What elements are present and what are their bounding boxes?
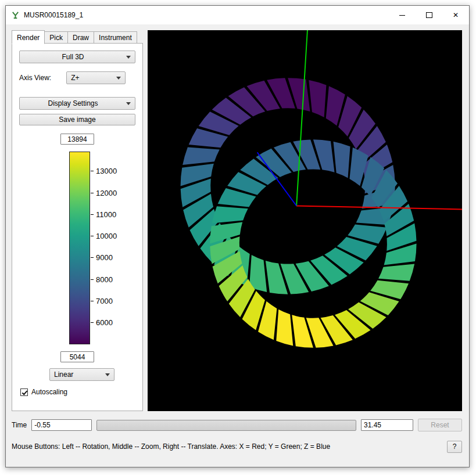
- minimize-icon: [399, 15, 405, 16]
- tab-instrument[interactable]: Instrument: [94, 31, 137, 44]
- tab-bar: Render Pick Draw Instrument: [12, 30, 143, 44]
- colorbar-tick-label: 13000: [96, 167, 117, 175]
- close-icon: ✕: [453, 12, 459, 19]
- display-settings-button[interactable]: Display Settings: [19, 97, 135, 110]
- app-icon: [11, 11, 20, 20]
- scale-min-input[interactable]: [60, 351, 94, 362]
- tab-render[interactable]: Render: [12, 30, 45, 44]
- axis-view-value: Z+: [67, 74, 116, 82]
- colorbar-tick-label: 8000: [96, 275, 113, 283]
- time-slider[interactable]: [96, 420, 356, 431]
- colorbar-tick-mark: [91, 257, 94, 258]
- chevron-down-icon: [126, 56, 131, 59]
- colorbar-tick-label: 7000: [96, 297, 113, 305]
- detector-segment[interactable]: [276, 310, 293, 346]
- colorbar-tick-mark: [91, 193, 94, 193]
- detector-segment[interactable]: [334, 142, 350, 178]
- detector-segment[interactable]: [309, 80, 326, 117]
- detector-segment[interactable]: [378, 264, 414, 281]
- colorbar-gradient: [69, 152, 90, 344]
- instrument-view-window: MUSR00015189_1 ✕ Render Pick Draw Instru…: [5, 5, 470, 467]
- render-tab-page: Full 3D Axis View: Z+ Display Settings: [12, 43, 143, 411]
- titlebar[interactable]: MUSR00015189_1 ✕: [6, 6, 469, 24]
- control-panel: Render Pick Draw Instrument Full 3D Axis…: [12, 30, 143, 411]
- time-min-input[interactable]: [31, 419, 92, 431]
- autoscaling-label: Autoscaling: [31, 388, 67, 396]
- reset-button[interactable]: Reset: [418, 419, 462, 431]
- colorbar-tick-label: 11000: [96, 210, 116, 218]
- detector-segment[interactable]: [212, 206, 248, 223]
- display-settings-label: Display Settings: [20, 99, 126, 107]
- scene-svg: [148, 30, 462, 411]
- time-label: Time: [12, 421, 27, 429]
- projection-select[interactable]: Full 3D: [19, 51, 135, 63]
- window-title: MUSR00015189_1: [24, 11, 83, 19]
- colorbar-tick-mark: [91, 171, 94, 171]
- colorbar-tick-label: 9000: [96, 253, 113, 262]
- scale-max-input[interactable]: [60, 134, 94, 145]
- colorbar-tick-mark: [91, 322, 94, 323]
- maximize-icon: [426, 12, 432, 18]
- colorbar-tick-mark: [91, 301, 94, 301]
- tab-pick[interactable]: Pick: [44, 31, 68, 44]
- axis-view-label: Axis View:: [19, 74, 51, 82]
- colorbar-tick-mark: [91, 279, 94, 280]
- minimize-button[interactable]: [389, 6, 416, 24]
- main-content: Render Pick Draw Instrument Full 3D Axis…: [6, 24, 469, 411]
- colorbar-tick-label: 6000: [96, 318, 113, 327]
- window-controls: ✕: [389, 6, 469, 24]
- time-bar: Time Reset: [12, 418, 462, 432]
- scale-type-value: Linear: [50, 370, 105, 379]
- status-message: Mouse Buttons: Left -- Rotation, Middle …: [12, 442, 330, 451]
- colorbar-tick-label: 10000: [96, 232, 117, 240]
- help-button[interactable]: ?: [447, 441, 462, 453]
- colorbar-tick-mark: [91, 214, 94, 215]
- colorbar[interactable]: 130001200011000100009000800070006000: [19, 152, 135, 344]
- save-image-button[interactable]: Save image: [19, 114, 135, 125]
- tab-draw[interactable]: Draw: [67, 31, 94, 44]
- chevron-down-icon: [126, 102, 131, 105]
- render-viewport[interactable]: [148, 30, 462, 411]
- chevron-down-icon: [116, 77, 121, 80]
- chevron-down-icon: [105, 373, 110, 376]
- status-bar: Mouse Buttons: Left -- Rotation, Middle …: [12, 440, 462, 453]
- autoscaling-checkbox[interactable]: [20, 388, 28, 396]
- colorbar-tick-mark: [91, 236, 94, 236]
- colorbar-tick-label: 12000: [96, 188, 117, 197]
- projection-value: Full 3D: [20, 53, 126, 61]
- axis-view-select[interactable]: Z+: [66, 71, 126, 84]
- detector-segment[interactable]: [182, 147, 220, 165]
- time-max-input[interactable]: [361, 419, 413, 431]
- maximize-button[interactable]: [416, 6, 442, 24]
- scale-type-select[interactable]: Linear: [49, 368, 114, 381]
- close-button[interactable]: ✕: [442, 6, 469, 24]
- y-axis-line: [296, 30, 307, 206]
